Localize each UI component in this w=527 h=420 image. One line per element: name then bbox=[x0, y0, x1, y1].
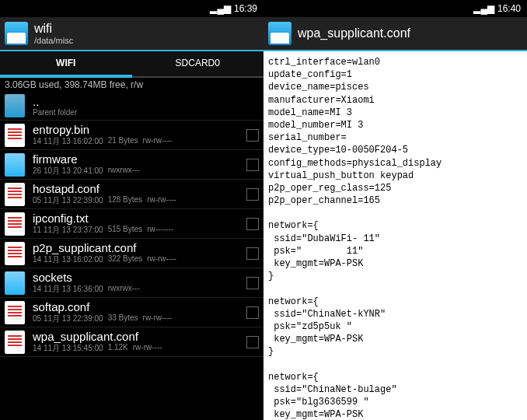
file-info: ipconfig.txt11 11月 13 23:37:00515 Bytesr… bbox=[33, 212, 242, 236]
file-meta: 14 11月 13 15:45:001.12Krw-rw---- bbox=[33, 343, 242, 354]
txtfile-icon bbox=[5, 212, 25, 236]
file-name: sockets bbox=[33, 271, 242, 284]
clock-left: 16:39 bbox=[234, 3, 257, 14]
file-checkbox[interactable] bbox=[246, 336, 259, 348]
file-checkbox[interactable] bbox=[246, 129, 259, 142]
file-meta: Parent folder bbox=[33, 108, 259, 117]
folder-icon bbox=[5, 271, 25, 295]
file-checkbox[interactable] bbox=[246, 306, 259, 319]
txtfile-icon bbox=[5, 124, 25, 147]
file-name: hostapd.conf bbox=[33, 182, 242, 195]
file-row[interactable]: entropy.bin14 11月 13 16:02:0021 Bytesrw-… bbox=[0, 121, 264, 150]
file-info: firmware26 10月 13 20:41:00rwxrwx--- bbox=[33, 152, 242, 177]
file-name: entropy.bin bbox=[33, 123, 242, 136]
file-row[interactable]: wpa_supplicant.conf14 11月 13 15:45:001.1… bbox=[0, 327, 264, 357]
file-checkbox[interactable] bbox=[246, 188, 259, 201]
file-meta: 14 11月 13 16:02:0021 Bytesrw-rw---- bbox=[33, 136, 242, 147]
tabs: WIFISDCARD0 bbox=[0, 51, 264, 78]
title-main: wifi bbox=[34, 22, 73, 36]
status-bar-left: ▂▄▆ 16:39 bbox=[0, 0, 264, 17]
tab-wifi[interactable]: WIFI bbox=[0, 51, 132, 78]
file-info: wpa_supplicant.conf14 11月 13 15:45:001.1… bbox=[33, 330, 242, 354]
file-title: wpa_supplicant.conf bbox=[298, 26, 410, 40]
file-checkbox[interactable] bbox=[246, 247, 259, 260]
file-info: sockets14 11月 13 16:36:00rwxrwx--- bbox=[33, 271, 242, 295]
file-row[interactable]: p2p_supplicant.conf14 11月 13 16:02:00322… bbox=[0, 239, 264, 268]
file-checkbox[interactable] bbox=[246, 159, 259, 171]
file-meta: 14 11月 13 16:36:00rwxrwx--- bbox=[33, 284, 242, 295]
txtfile-icon bbox=[5, 331, 25, 354]
file-meta: 11 11月 13 23:37:00515 Bytesrw------- bbox=[33, 225, 242, 236]
app-icon[interactable] bbox=[268, 22, 291, 45]
file-name: p2p_supplicant.conf bbox=[33, 241, 242, 254]
file-name: softap.conf bbox=[33, 300, 242, 313]
status-bar-right: ▂▄▆ 16:40 bbox=[264, 0, 527, 17]
file-info: p2p_supplicant.conf14 11月 13 16:02:00322… bbox=[33, 241, 242, 265]
text-viewer-pane: ▂▄▆ 16:40 wpa_supplicant.conf ctrl_inter… bbox=[264, 0, 527, 420]
file-content[interactable]: ctrl_interface=wlan0 update_config=1 dev… bbox=[264, 51, 527, 420]
file-manager-pane: ▂▄▆ 16:39 wifi /data/misc WIFISDCARD0 3.… bbox=[0, 0, 264, 420]
title-sub: /data/misc bbox=[34, 36, 73, 45]
file-row[interactable]: sockets14 11月 13 16:36:00rwxrwx--- bbox=[0, 268, 264, 298]
file-meta: 26 10月 13 20:41:00rwxrwx--- bbox=[33, 166, 242, 177]
txtfile-icon bbox=[5, 242, 25, 265]
storage-info: 3.06GB used, 398.74MB free, r/w bbox=[0, 78, 264, 92]
file-info: entropy.bin14 11月 13 16:02:0021 Bytesrw-… bbox=[33, 123, 242, 147]
file-meta: 05 11月 13 22:39:00128 Bytesrw-rw---- bbox=[33, 195, 242, 206]
file-checkbox[interactable] bbox=[246, 218, 259, 230]
file-info: softap.conf05 11月 13 22:39:0033 Bytesrw-… bbox=[33, 300, 242, 324]
title-bar-right: wpa_supplicant.conf bbox=[264, 17, 527, 51]
file-info: ..Parent folder bbox=[33, 95, 259, 117]
txtfile-icon bbox=[5, 183, 25, 206]
file-row[interactable]: ipconfig.txt11 11月 13 23:37:00515 Bytesr… bbox=[0, 209, 264, 239]
file-row[interactable]: softap.conf05 11月 13 22:39:0033 Bytesrw-… bbox=[0, 298, 264, 327]
file-meta: 05 11月 13 22:39:0033 Bytesrw-rw---- bbox=[33, 313, 242, 324]
clock-right: 16:40 bbox=[497, 3, 521, 14]
title-text: wifi /data/misc bbox=[34, 22, 73, 45]
signal-icon: ▂▄▆ bbox=[210, 3, 231, 14]
signal-icon: ▂▄▆ bbox=[473, 3, 494, 14]
file-row[interactable]: firmware26 10月 13 20:41:00rwxrwx--- bbox=[0, 150, 264, 180]
file-meta: 14 11月 13 16:02:00322 Bytesrw-rw---- bbox=[33, 254, 242, 265]
file-row[interactable]: hostapd.conf05 11月 13 22:39:00128 Bytesr… bbox=[0, 180, 264, 209]
file-row[interactable]: ..Parent folder bbox=[0, 92, 264, 121]
file-name: ipconfig.txt bbox=[33, 212, 242, 225]
title-bar-left: wifi /data/misc bbox=[0, 17, 264, 51]
file-name: wpa_supplicant.conf bbox=[33, 330, 242, 343]
file-checkbox[interactable] bbox=[246, 277, 259, 289]
folder-icon bbox=[5, 153, 25, 177]
app-icon[interactable] bbox=[5, 22, 28, 45]
txtfile-icon bbox=[5, 301, 25, 324]
file-name: firmware bbox=[33, 152, 242, 166]
file-info: hostapd.conf05 11月 13 22:39:00128 Bytesr… bbox=[33, 182, 242, 206]
tab-sdcard0[interactable]: SDCARD0 bbox=[132, 51, 264, 78]
folder-up-icon bbox=[5, 94, 25, 117]
file-name: .. bbox=[33, 95, 259, 108]
file-list[interactable]: ..Parent folderentropy.bin14 11月 13 16:0… bbox=[0, 92, 264, 420]
